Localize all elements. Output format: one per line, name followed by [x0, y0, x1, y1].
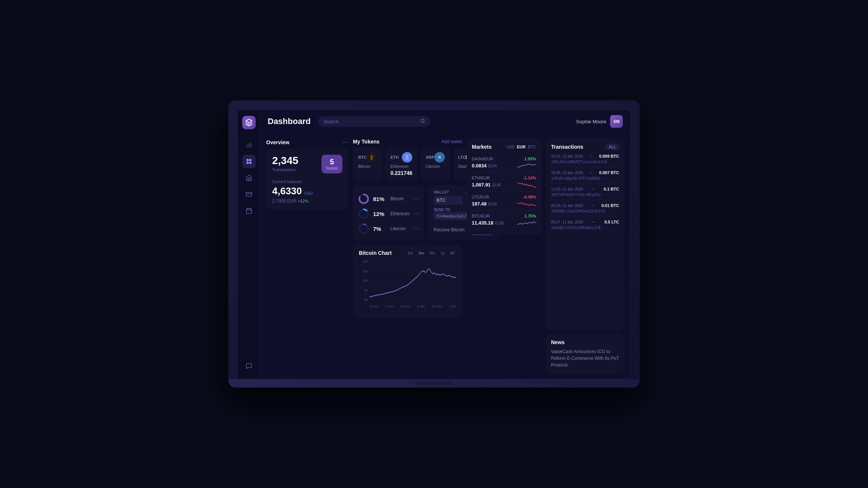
portfolio-name-btc: Bitcoin [390, 196, 404, 201]
chart-svg [369, 260, 456, 302]
transactions-all-button[interactable]: ALL [606, 144, 619, 150]
laptop-outer: Dashboard Sophie Moore SM [228, 101, 640, 387]
chart-tf-6m[interactable]: 6m [428, 250, 437, 256]
chart-y-5k: 5k [364, 288, 368, 292]
tx-item-1: 16:23, 12 dec 2020 → 0.009 BTC 1PRjB5hu9… [551, 154, 619, 167]
laptop-base [228, 379, 640, 387]
portfolio-item-btc: 81% Bitcoin ⋯ [358, 193, 419, 204]
chart-tf-all[interactable]: All [449, 250, 456, 256]
chart-tf-1y[interactable]: 1y [439, 250, 446, 256]
svg-rect-4 [249, 159, 251, 161]
sidebar-item-home[interactable] [242, 171, 256, 185]
markets-column: Markets USD EUR BTC DASH/EUR [467, 139, 541, 374]
wallet-label: WALLET [434, 190, 463, 194]
transaction-count: 2,345 [272, 155, 318, 167]
add-wallet-button[interactable]: Add wallet [441, 139, 462, 144]
search-input[interactable] [323, 119, 417, 124]
portfolio-dots-ltc: ⋯ [413, 226, 419, 232]
svg-rect-5 [246, 162, 249, 164]
dashboard-icon [246, 158, 252, 165]
card-icon [246, 191, 252, 198]
portfolio-pct-btc: 81% [373, 196, 387, 202]
sidebar-item-analytics[interactable] [242, 138, 256, 152]
sidebar-item-messages[interactable] [242, 359, 256, 373]
overview-menu-icon[interactable]: ⋯ [342, 139, 348, 146]
laptop-notch [415, 382, 453, 385]
tx-3-amount: 0.1 BTC [604, 187, 619, 191]
portfolio-card: 81% Bitcoin ⋯ [353, 185, 424, 240]
main-content: Dashboard Sophie Moore SM [260, 110, 630, 379]
portfolio-pct-eth: 12% [373, 211, 387, 217]
svg-rect-6 [249, 162, 251, 164]
tx-1-amount: 0.009 BTC [599, 154, 619, 158]
svg-rect-3 [246, 159, 249, 161]
markets-title: Markets [472, 144, 503, 150]
market-eth-price: 1,087.91 [472, 182, 491, 188]
sidebar [238, 110, 260, 379]
transactions-list: 16:23, 12 dec 2020 → 0.009 BTC 1PRjB5hu9… [551, 154, 619, 230]
svg-rect-9 [246, 209, 252, 214]
token-btc-icon: ₿ [367, 152, 377, 163]
sidebar-item-dashboard[interactable] [242, 155, 256, 168]
svg-point-19 [359, 224, 368, 233]
token-btc-name: Bitcoin [358, 164, 370, 169]
market-dash-currency: EUR [488, 164, 497, 168]
tx-4-amount: 0.01 BTC [601, 203, 619, 208]
tx-1-arrow: → [589, 154, 593, 159]
portfolio-items: 81% Bitcoin ⋯ [358, 193, 419, 234]
news-text: ValueCash Announces ICO to Reform E-Comm… [551, 348, 619, 368]
tx-1-time: 16:23, 12 dec 2020 [551, 154, 583, 158]
wallet-field: WALLET BTC [434, 190, 463, 205]
tokens-section: My Tokens Add wallet BTC ₿ [353, 139, 462, 180]
tx-4-arrow: → [590, 203, 594, 208]
tx-1-top: 16:23, 12 dec 2020 → 0.009 BTC [551, 154, 619, 159]
svg-rect-2 [250, 142, 251, 148]
tx-item-5: 09:27, 11 dec 2020 ← 0.5 LTC 1AGmBJc43FU… [551, 219, 619, 230]
chart-tf-3m[interactable]: 3m [417, 250, 426, 256]
market-currency-usd[interactable]: USD [506, 145, 515, 149]
chart-x-labels: 23 oct 6 nov 20 nov 4 dec 18 dec 1 jan [369, 303, 456, 308]
market-currency-btc[interactable]: BTC [528, 145, 536, 149]
chart-timeframes: 1m 3m 6m 1y All [406, 250, 456, 256]
token-card-xrp[interactable]: XRP ✕ Litecoin [421, 148, 450, 180]
balance-eur-value: 2.7995 EUR [272, 198, 296, 204]
market-currency-eur[interactable]: EUR [517, 145, 526, 149]
transaction-label: Transactions [272, 167, 318, 172]
token-card-btc[interactable]: BTC ₿ Bitcoin [353, 148, 382, 180]
user-name: Sophie Moore [576, 119, 606, 124]
portfolio-dots-eth: ⋯ [413, 211, 419, 217]
portfolio-pct-ltc: 7% [373, 226, 387, 232]
market-item-btc: BTC/EUR 1.75% 11,435.18 EUR [472, 211, 536, 229]
market-btc-top: BTC/EUR 1.75% [472, 214, 536, 218]
portfolio-item-eth: 12% Ethereum ⋯ [358, 208, 419, 219]
sidebar-item-calendar[interactable] [242, 204, 256, 217]
tokens-header-row: My Tokens Add wallet [353, 139, 462, 145]
tx-2-top: 15:00, 12 dec 2020 → 0.007 BTC [551, 170, 619, 175]
market-ltc-change: -0.48% [523, 195, 536, 199]
chart-header: Bitcoin Chart 1m 3m 6m 1y All [359, 250, 456, 256]
laptop-screen: Dashboard Sophie Moore SM [237, 109, 631, 379]
tx-5-time: 09:27, 11 dec 2020 [551, 220, 583, 224]
overview-title: Overview [266, 139, 289, 145]
tx-3-arrow: ← [591, 186, 595, 192]
tx-1-hash: 1PRjB5hu9RXPZTzxtko9stfs6 [551, 160, 619, 164]
svg-rect-0 [246, 145, 247, 148]
market-dash-pair: DASH/EUR [472, 157, 493, 161]
chart-tf-1m[interactable]: 1m [406, 250, 415, 256]
tx-5-amount: 0.5 LTC [604, 220, 619, 224]
sidebar-logo[interactable] [242, 116, 256, 129]
balance-change: +12% [298, 199, 308, 203]
chart-card: Bitcoin Chart 1m 3m 6m 1y All [353, 245, 462, 317]
news-title: News [551, 339, 619, 345]
header: Dashboard Sophie Moore SM [260, 110, 630, 133]
market-eth-top: ETH/EUR -1.14% [472, 176, 536, 180]
svg-line-14 [424, 122, 424, 123]
portfolio-name-eth: Ethereum [390, 211, 410, 216]
sidebar-item-cards[interactable] [242, 188, 256, 201]
market-item-ltc: LTC/EUR -0.48% 197.48 EUR [472, 192, 536, 211]
markets-header-row: Markets USD EUR BTC [472, 144, 536, 150]
token-card-eth[interactable]: ETH Ξ Ethereum 0.221746 [385, 148, 418, 180]
chart-y-15k: 15k [362, 269, 368, 273]
bar-chart-icon [246, 142, 252, 148]
tx-2-arrow: → [589, 170, 593, 175]
